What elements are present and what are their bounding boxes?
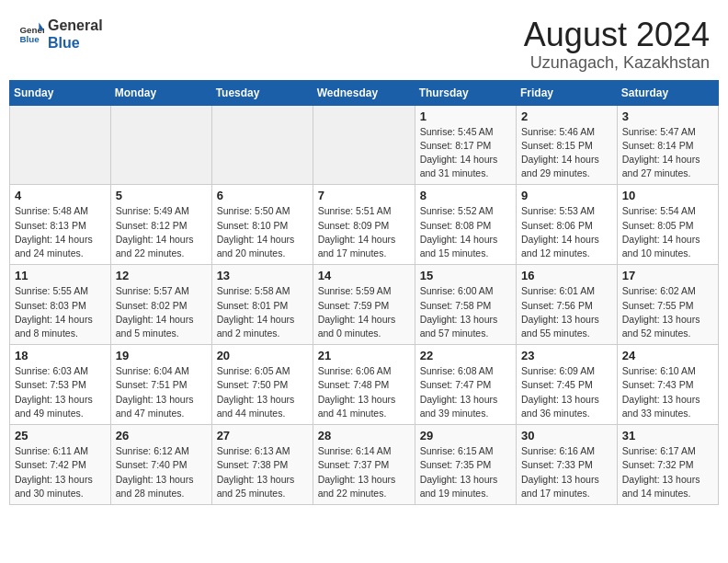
calendar-cell: 4Sunrise: 5:48 AMSunset: 8:13 PMDaylight… (10, 185, 111, 265)
day-info: Sunrise: 6:03 AMSunset: 7:53 PMDaylight:… (15, 364, 106, 420)
day-number: 13 (217, 269, 308, 282)
weekday-header-monday: Monday (110, 80, 211, 105)
day-number: 6 (217, 189, 308, 202)
weekday-header-thursday: Thursday (415, 80, 516, 105)
calendar-cell: 23Sunrise: 6:09 AMSunset: 7:45 PMDayligh… (517, 345, 618, 425)
day-info: Sunrise: 5:47 AMSunset: 8:14 PMDaylight:… (622, 125, 713, 181)
svg-text:Blue: Blue (19, 34, 40, 44)
calendar-cell: 13Sunrise: 5:58 AMSunset: 8:01 PMDayligh… (211, 265, 313, 345)
calendar-cell: 6Sunrise: 5:50 AMSunset: 8:10 PMDaylight… (211, 185, 313, 265)
calendar-header: SundayMondayTuesdayWednesdayThursdayFrid… (10, 80, 719, 105)
day-info: Sunrise: 6:02 AMSunset: 7:55 PMDaylight:… (622, 284, 713, 340)
day-number: 4 (15, 189, 106, 202)
calendar-cell: 3Sunrise: 5:47 AMSunset: 8:14 PMDaylight… (617, 105, 718, 185)
calendar-cell: 5Sunrise: 5:49 AMSunset: 8:12 PMDaylight… (110, 185, 211, 265)
day-info: Sunrise: 6:01 AMSunset: 7:56 PMDaylight:… (521, 284, 612, 340)
calendar-cell: 11Sunrise: 5:55 AMSunset: 8:03 PMDayligh… (10, 265, 111, 345)
weekday-header-friday: Friday (517, 80, 618, 105)
day-info: Sunrise: 6:12 AMSunset: 7:40 PMDaylight:… (116, 444, 207, 500)
calendar-cell: 17Sunrise: 6:02 AMSunset: 7:55 PMDayligh… (617, 265, 718, 345)
day-number: 31 (622, 429, 713, 442)
logo-blue-text: Blue (48, 34, 103, 52)
day-info: Sunrise: 6:14 AMSunset: 7:37 PMDaylight:… (318, 444, 410, 500)
calendar-cell: 15Sunrise: 6:00 AMSunset: 7:58 PMDayligh… (415, 265, 516, 345)
day-info: Sunrise: 6:13 AMSunset: 7:38 PMDaylight:… (217, 444, 308, 500)
day-info: Sunrise: 5:59 AMSunset: 7:59 PMDaylight:… (318, 284, 410, 340)
calendar-cell: 21Sunrise: 6:06 AMSunset: 7:48 PMDayligh… (313, 345, 415, 425)
day-info: Sunrise: 5:54 AMSunset: 8:05 PMDaylight:… (622, 204, 713, 260)
day-number: 17 (622, 269, 713, 282)
calendar-cell: 9Sunrise: 5:53 AMSunset: 8:06 PMDaylight… (517, 185, 618, 265)
calendar-cell: 2Sunrise: 5:46 AMSunset: 8:15 PMDaylight… (517, 105, 618, 185)
calendar-cell: 10Sunrise: 5:54 AMSunset: 8:05 PMDayligh… (617, 185, 718, 265)
day-number: 8 (420, 189, 511, 202)
day-number: 27 (217, 429, 308, 442)
calendar-cell (110, 105, 211, 185)
day-info: Sunrise: 5:53 AMSunset: 8:06 PMDaylight:… (521, 204, 612, 260)
day-number: 24 (622, 349, 713, 362)
day-info: Sunrise: 6:10 AMSunset: 7:43 PMDaylight:… (622, 364, 713, 420)
calendar-title: August 2024 (524, 17, 710, 53)
day-info: Sunrise: 6:04 AMSunset: 7:51 PMDaylight:… (116, 364, 207, 420)
calendar-cell (211, 105, 313, 185)
calendar-cell: 16Sunrise: 6:01 AMSunset: 7:56 PMDayligh… (517, 265, 618, 345)
weekday-header-wednesday: Wednesday (313, 80, 415, 105)
calendar-cell: 20Sunrise: 6:05 AMSunset: 7:50 PMDayligh… (211, 345, 313, 425)
day-number: 12 (116, 269, 207, 282)
day-info: Sunrise: 5:51 AMSunset: 8:09 PMDaylight:… (318, 204, 410, 260)
calendar-table: SundayMondayTuesdayWednesdayThursdayFrid… (9, 80, 719, 505)
day-number: 26 (116, 429, 207, 442)
day-number: 20 (217, 349, 308, 362)
calendar-cell: 8Sunrise: 5:52 AMSunset: 8:08 PMDaylight… (415, 185, 516, 265)
day-number: 21 (318, 349, 410, 362)
logo-general-text: General (48, 17, 103, 34)
day-number: 15 (420, 269, 511, 282)
day-number: 3 (622, 109, 713, 123)
day-info: Sunrise: 6:16 AMSunset: 7:33 PMDaylight:… (521, 444, 612, 500)
logo-icon: General Blue (18, 21, 44, 47)
calendar-cell: 18Sunrise: 6:03 AMSunset: 7:53 PMDayligh… (10, 345, 111, 425)
calendar-cell: 25Sunrise: 6:11 AMSunset: 7:42 PMDayligh… (10, 425, 111, 505)
day-number: 11 (15, 269, 106, 282)
calendar-cell: 24Sunrise: 6:10 AMSunset: 7:43 PMDayligh… (617, 345, 718, 425)
calendar-cell: 27Sunrise: 6:13 AMSunset: 7:38 PMDayligh… (211, 425, 313, 505)
day-number: 1 (420, 109, 511, 123)
day-info: Sunrise: 5:57 AMSunset: 8:02 PMDaylight:… (116, 284, 207, 340)
day-info: Sunrise: 6:05 AMSunset: 7:50 PMDaylight:… (217, 364, 308, 420)
day-number: 22 (420, 349, 511, 362)
calendar-cell: 1Sunrise: 5:45 AMSunset: 8:17 PMDaylight… (415, 105, 516, 185)
day-info: Sunrise: 5:50 AMSunset: 8:10 PMDaylight:… (217, 204, 308, 260)
calendar-cell: 12Sunrise: 5:57 AMSunset: 8:02 PMDayligh… (110, 265, 211, 345)
day-info: Sunrise: 6:08 AMSunset: 7:47 PMDaylight:… (420, 364, 511, 420)
day-info: Sunrise: 5:48 AMSunset: 8:13 PMDaylight:… (15, 204, 106, 260)
calendar-cell: 19Sunrise: 6:04 AMSunset: 7:51 PMDayligh… (110, 345, 211, 425)
day-number: 9 (521, 189, 612, 202)
calendar-cell: 7Sunrise: 5:51 AMSunset: 8:09 PMDaylight… (313, 185, 415, 265)
day-info: Sunrise: 5:49 AMSunset: 8:12 PMDaylight:… (116, 204, 207, 260)
day-number: 7 (318, 189, 410, 202)
weekday-header-sunday: Sunday (10, 80, 111, 105)
day-info: Sunrise: 6:00 AMSunset: 7:58 PMDaylight:… (420, 284, 511, 340)
day-info: Sunrise: 6:17 AMSunset: 7:32 PMDaylight:… (622, 444, 713, 500)
day-number: 23 (521, 349, 612, 362)
day-number: 18 (15, 349, 106, 362)
calendar-cell: 14Sunrise: 5:59 AMSunset: 7:59 PMDayligh… (313, 265, 415, 345)
day-info: Sunrise: 6:15 AMSunset: 7:35 PMDaylight:… (420, 444, 511, 500)
logo: General Blue General Blue (18, 17, 103, 52)
day-info: Sunrise: 5:55 AMSunset: 8:03 PMDaylight:… (15, 284, 106, 340)
title-block: August 2024 Uzunagach, Kazakhstan (524, 17, 710, 73)
calendar-cell: 28Sunrise: 6:14 AMSunset: 7:37 PMDayligh… (313, 425, 415, 505)
calendar-cell: 30Sunrise: 6:16 AMSunset: 7:33 PMDayligh… (517, 425, 618, 505)
day-info: Sunrise: 5:46 AMSunset: 8:15 PMDaylight:… (521, 125, 612, 181)
calendar-cell: 29Sunrise: 6:15 AMSunset: 7:35 PMDayligh… (415, 425, 516, 505)
day-number: 30 (521, 429, 612, 442)
weekday-header-saturday: Saturday (617, 80, 718, 105)
calendar-cell: 26Sunrise: 6:12 AMSunset: 7:40 PMDayligh… (110, 425, 211, 505)
weekday-header-tuesday: Tuesday (211, 80, 313, 105)
calendar-cell: 31Sunrise: 6:17 AMSunset: 7:32 PMDayligh… (617, 425, 718, 505)
day-info: Sunrise: 6:09 AMSunset: 7:45 PMDaylight:… (521, 364, 612, 420)
day-number: 2 (521, 109, 612, 123)
day-number: 29 (420, 429, 511, 442)
calendar-cell (313, 105, 415, 185)
day-number: 25 (15, 429, 106, 442)
